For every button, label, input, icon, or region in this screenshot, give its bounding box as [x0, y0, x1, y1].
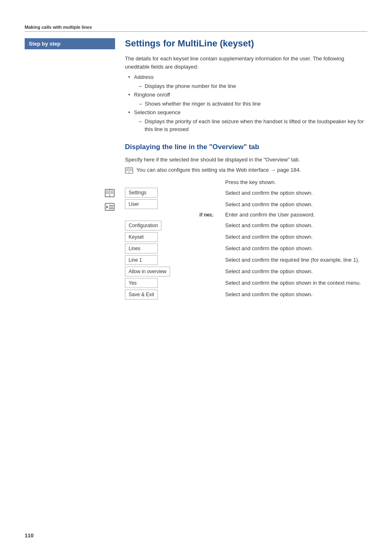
list-key-icon: [104, 203, 115, 213]
step-instruction-8: Select and confirm the option shown in t…: [215, 279, 361, 287]
bullet-selection: Selection sequence Displays the priority…: [128, 108, 367, 134]
section2-desc: Specify here if the selected line should…: [125, 156, 367, 164]
book-icon-inline: [125, 167, 133, 176]
step-box-8: Yes: [125, 278, 158, 288]
step-instruction-2: Enter and confirm the User password.: [215, 211, 315, 219]
step-row: SettingsSelect and confirm the option sh…: [125, 188, 367, 198]
step-row: Save & ExitSelect and confirm the option…: [125, 290, 367, 299]
step-row: Line 1Select and confirm the required li…: [125, 255, 367, 265]
spacer-intro: [25, 49, 115, 189]
step-box-7: Allow in overview: [125, 267, 170, 276]
steps-container: Press the key shown.SettingsSelect and c…: [125, 179, 367, 299]
step-instruction-3: Select and confirm the option shown.: [215, 221, 313, 230]
step-instruction-0: Select and confirm the option shown.: [215, 189, 313, 197]
page-container: Making calls with multiple lines Step by…: [0, 0, 392, 555]
step-instruction-7: Select and confirm the option shown.: [215, 267, 313, 276]
page-number: 110: [25, 532, 34, 539]
step-instruction-4: Select and confirm the option shown.: [215, 233, 313, 241]
step-box-0: Settings: [125, 188, 158, 198]
sub-address: Displays the phone number for the line: [139, 82, 367, 90]
step-row: KeysetSelect and confirm the option show…: [125, 232, 367, 242]
left-column: Step by step: [25, 38, 115, 301]
web-interface-note-row: You can also configure this setting via …: [125, 167, 367, 176]
step-box-5: Lines: [125, 244, 158, 253]
bullet-address: Address Displays the phone number for th…: [128, 73, 367, 90]
step-box-1: User: [125, 199, 158, 209]
step-row: if nec.Enter and confirm the User passwo…: [125, 211, 367, 219]
step-instruction-1: Select and confirm the option shown.: [215, 200, 313, 209]
step-by-step-header: Step by step: [25, 38, 115, 49]
step-instruction-9: Select and confirm the option shown.: [215, 290, 313, 299]
web-interface-text: You can also configure this setting via …: [136, 167, 301, 173]
press-key-text: Press the key shown.: [215, 179, 276, 185]
menu-book-icon: [104, 189, 115, 199]
bullet-list: Address Displays the phone number for th…: [128, 73, 367, 134]
bullet-ringtone: Ringtone on/off Shows whether the ringer…: [128, 91, 367, 108]
step-instruction-5: Select and confirm the option shown.: [215, 244, 313, 253]
main-title: Settings for MultiLine (keyset): [125, 38, 367, 49]
step-row: LinesSelect and confirm the option shown…: [125, 244, 367, 253]
step-instruction-6: Select and confirm the required line (fo…: [215, 256, 360, 264]
step-box-6: Line 1: [125, 255, 158, 265]
step-row: YesSelect and confirm the option shown i…: [125, 278, 367, 288]
sub-selection: Displays the priority of each line seizu…: [139, 117, 367, 134]
section2-title: Displaying the line in the "Overview" ta…: [125, 143, 367, 152]
if-nec-label: if nec.: [125, 212, 215, 218]
icon-row-menu: [25, 189, 115, 199]
step-row: Allow in overviewSelect and confirm the …: [125, 267, 367, 276]
right-column: Settings for MultiLine (keyset) The deta…: [115, 38, 367, 301]
svg-marker-9: [106, 205, 108, 209]
icon-row-list: [25, 203, 115, 213]
section-label: Making calls with multiple lines: [25, 25, 367, 32]
sub-ringtone: Shows whether the ringer is activated fo…: [139, 100, 367, 108]
main-layout: Step by step: [25, 38, 367, 301]
intro-paragraph: The details for each keyset line contain…: [125, 55, 367, 71]
step-row: ConfigurationSelect and confirm the opti…: [125, 221, 367, 230]
step-row: UserSelect and confirm the option shown.: [125, 199, 367, 209]
step-box-9: Save & Exit: [125, 290, 158, 299]
step-box-4: Keyset: [125, 232, 158, 242]
step-box-3: Configuration: [125, 221, 161, 230]
